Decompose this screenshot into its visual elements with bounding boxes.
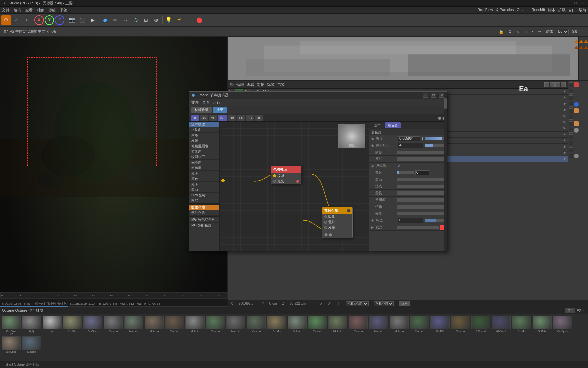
scatter-value[interactable]: 0 xyxy=(415,170,429,175)
node-canvas[interactable]: 预览 色彩校正 纹理 充光 散射介质 xyxy=(220,122,369,251)
mat-tab-1[interactable]: 混合 xyxy=(565,308,575,313)
toolbar-select[interactable]: ⊞ xyxy=(141,15,151,25)
density-slider[interactable] xyxy=(425,137,445,140)
octane-tab-1[interactable]: 材料数量 xyxy=(191,107,212,113)
mat-item-5[interactable]: Materia xyxy=(103,316,123,336)
left-connector[interactable] xyxy=(221,179,225,182)
node-color-correction[interactable]: 色彩校正 纹理 充光 xyxy=(271,166,301,184)
ns-color[interactable]: 颜色 xyxy=(189,176,219,182)
mat-item-1[interactable]: 纹件 xyxy=(22,316,42,336)
om-file[interactable]: 文件 xyxy=(191,100,199,105)
maximize-btn[interactable]: □ xyxy=(573,1,578,5)
menu-body[interactable]: 脚本 xyxy=(548,7,555,13)
mat-item-28[interactable]: OctSpec xyxy=(1,336,21,353)
coord-z-value[interactable]: 88.922 cm xyxy=(290,302,306,305)
menu-redshift[interactable]: Redshift xyxy=(532,7,545,13)
toolbar-render4[interactable]: ⬤ xyxy=(195,15,204,25)
menu-object[interactable]: 对象 xyxy=(37,7,44,13)
octane-node-editor[interactable]: Octane 节点编辑器 ─ □ ✕ 文件 查看 运行 材料数量 接受 OC U… xyxy=(189,91,447,251)
mat-item-18[interactable]: Materia xyxy=(369,316,389,336)
sm-icon-3[interactable] xyxy=(555,82,560,87)
port-texture-in[interactable] xyxy=(273,174,276,177)
menu-help[interactable]: 帮助 xyxy=(578,7,586,13)
ns-tex-correction[interactable]: 纹理校正 xyxy=(189,154,219,160)
mat-item-29[interactable]: Materia xyxy=(22,336,42,353)
ns-density[interactable]: 实体度 xyxy=(189,149,219,154)
otb-ob[interactable]: OB xyxy=(228,115,236,121)
small-viewport[interactable]: Ea xyxy=(228,37,588,80)
mat-item-22[interactable]: Materia xyxy=(451,316,470,336)
mat-item-24[interactable]: 000wad xyxy=(491,316,511,336)
octane-tab-2[interactable]: 接受 xyxy=(213,107,227,113)
otb-do[interactable]: DO xyxy=(255,115,264,121)
toolbar-cam2[interactable]: ⬛ xyxy=(78,15,87,25)
scene-vis-3[interactable]: 👁 xyxy=(562,108,566,112)
density-radio[interactable]: ◉ xyxy=(371,137,374,140)
toolbar-y[interactable]: Y xyxy=(45,15,54,25)
menu-edit[interactable]: 编辑 xyxy=(14,7,21,13)
minimize-btn[interactable]: ─ xyxy=(567,1,572,5)
ns-gloss[interactable]: 光泽度 xyxy=(189,160,219,165)
mat-item-7[interactable]: Materia xyxy=(144,316,164,336)
toolbar-mesh[interactable]: ⬡ xyxy=(131,15,141,25)
otb-wt[interactable]: WT xyxy=(218,115,227,121)
mat-item-6[interactable]: Materia xyxy=(124,316,144,336)
port-absorb-in[interactable] xyxy=(324,215,327,218)
mat-item-3[interactable]: OctGlos xyxy=(63,316,82,336)
ns-gloss2[interactable]: 光泽 xyxy=(189,171,219,176)
coord-x-value[interactable]: 280.692 cm xyxy=(239,302,256,305)
otb-vo[interactable]: VO xyxy=(209,115,217,121)
om-view[interactable]: 查看 xyxy=(202,100,210,105)
sm-icon-4[interactable] xyxy=(561,82,566,87)
toolbar-icon-3[interactable]: + xyxy=(22,15,31,25)
dot-icon[interactable]: • xyxy=(530,29,534,34)
ns-mg-mix[interactable]: MG 颜色混色器 xyxy=(189,217,219,223)
menu-tag[interactable]: 标签 xyxy=(48,7,56,13)
props-tab-shader[interactable]: 着色器 xyxy=(385,122,401,128)
menu-octane[interactable]: Octane xyxy=(517,7,528,13)
timeline-track[interactable]: 0 5 10 15 20 25 30 35 40 45 50 55 60 xyxy=(1,293,227,298)
port-fill-in[interactable] xyxy=(273,180,276,183)
square-icon[interactable]: □ xyxy=(523,29,528,34)
reflection-slider[interactable] xyxy=(397,157,445,161)
transmission-slider[interactable] xyxy=(397,205,445,209)
ns-scatter[interactable]: 散射介质 xyxy=(189,210,219,216)
gear-icon[interactable]: ⚙ xyxy=(507,29,513,34)
close-btn[interactable]: ✕ xyxy=(579,1,585,5)
menu-realflow[interactable]: RealFlow xyxy=(477,7,493,13)
port-emit-in[interactable] xyxy=(324,226,327,229)
apply-btn[interactable]: 应用 xyxy=(399,301,410,306)
scene-vis-2[interactable]: 👁 xyxy=(562,102,566,106)
bump-slider[interactable] xyxy=(397,178,445,181)
mat-item-17[interactable]: Materia xyxy=(348,316,368,336)
coord-y-value[interactable]: 0 cm xyxy=(270,302,277,305)
mat-item-4[interactable]: OctSpec xyxy=(83,316,103,336)
mat-item-11[interactable]: Materia xyxy=(226,316,246,336)
mat-item-14[interactable]: Octane xyxy=(287,316,307,336)
ns-uvw[interactable]: Uvw 坐标 xyxy=(189,193,219,198)
mat-item-16[interactable]: Materia xyxy=(328,316,348,336)
toolbar-edit[interactable]: ✏ xyxy=(111,15,120,25)
otb-ag[interactable]: AG xyxy=(246,115,254,121)
mat-item-26[interactable]: OctMix xyxy=(532,316,552,336)
props-value-phase[interactable]: 0 xyxy=(398,218,423,223)
coord-rx-value[interactable]: 0° xyxy=(328,302,331,305)
props-value-density[interactable]: 0.865964 xyxy=(398,136,420,141)
props-tab-basic[interactable]: 基本 xyxy=(371,122,383,128)
phase-slider[interactable] xyxy=(425,219,445,222)
normal-slider[interactable] xyxy=(397,185,445,188)
scene-vis-9[interactable]: 👁 xyxy=(562,145,566,149)
scene-vis-5[interactable]: 👁 xyxy=(562,120,566,124)
mat-item-2[interactable]: 白 xyxy=(42,316,62,336)
mat-tab-2[interactable]: 校正 xyxy=(576,308,586,313)
menu-xparticles[interactable]: X-Particles xyxy=(496,7,514,13)
octane-maximize-btn[interactable]: □ xyxy=(431,93,436,98)
toolbar-move[interactable]: ↔ xyxy=(121,15,130,25)
mat-item-25[interactable]: OctMix xyxy=(512,316,532,336)
toolbar-icon-2[interactable]: ○ xyxy=(12,15,21,25)
ns-roughness[interactable]: 粗糙度 xyxy=(189,165,219,171)
circle-icon[interactable]: ○ xyxy=(516,29,521,34)
ns-light[interactable]: 发光 xyxy=(189,138,219,143)
coord-space-select[interactable]: 坐标空间 xyxy=(374,301,394,306)
menu-window[interactable]: 窗口 xyxy=(568,7,576,13)
